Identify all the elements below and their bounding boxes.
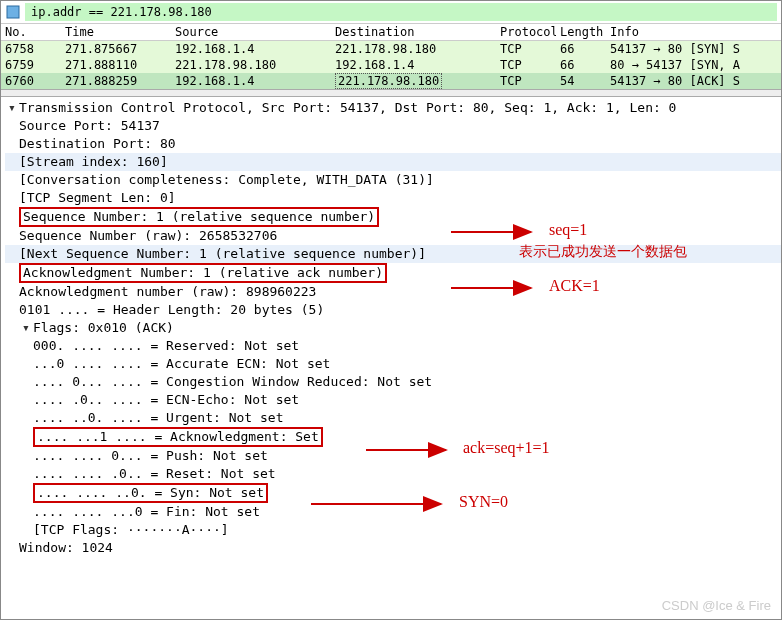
annot-syn: SYN=0 (459, 493, 508, 511)
flag-urg[interactable]: .... ..0. .... = Urgent: Not set (5, 409, 781, 427)
caret-down-icon[interactable]: ▾ (5, 99, 19, 117)
cell-dst: 221.178.98.180 (331, 41, 496, 57)
col-no[interactable]: No. (1, 24, 61, 40)
flag-ece[interactable]: .... .0.. .... = ECN-Echo: Not set (5, 391, 781, 409)
arrow-seq (451, 223, 541, 241)
flag-cwr[interactable]: .... 0... .... = Congestion Window Reduc… (5, 373, 781, 391)
packet-row-selected[interactable]: 6760 271.888259 192.168.1.4 221.178.98.1… (1, 73, 781, 89)
tree-flags-root[interactable]: ▾Flags: 0x010 (ACK) (5, 319, 781, 337)
cell-no: 6760 (1, 73, 61, 89)
arrow-ackflag (366, 441, 456, 459)
tree-conv[interactable]: [Conversation completeness: Complete, WI… (5, 171, 781, 189)
tree-dstport[interactable]: Destination Port: 80 (5, 135, 781, 153)
flag-string[interactable]: [TCP Flags: ·······A····] (5, 521, 781, 539)
cell-dst: 221.178.98.180 (331, 73, 496, 89)
tree-seq[interactable]: Sequence Number: 1 (relative sequence nu… (5, 207, 781, 227)
watermark: CSDN @Ice & Fire (662, 598, 771, 613)
col-proto[interactable]: Protocol (496, 24, 556, 40)
tree-tcp-root[interactable]: ▾Transmission Control Protocol, Src Port… (5, 99, 781, 117)
cell-len: 66 (556, 41, 606, 57)
tree-ackraw[interactable]: Acknowledgment number (raw): 898960223 (5, 283, 781, 301)
cell-proto: TCP (496, 73, 556, 89)
tcp-title: Transmission Control Protocol, Src Port:… (19, 99, 676, 117)
cell-proto: TCP (496, 41, 556, 57)
packet-list-header: No. Time Source Destination Protocol Len… (1, 24, 781, 41)
pane-divider[interactable] (1, 89, 781, 97)
col-len[interactable]: Length (556, 24, 606, 40)
cell-info: 54137 → 80 [SYN] S (606, 41, 781, 57)
cell-proto: TCP (496, 57, 556, 73)
flag-rst[interactable]: .... .... .0.. = Reset: Not set (5, 465, 781, 483)
cell-info: 80 → 54137 [SYN, A (606, 57, 781, 73)
col-time[interactable]: Time (61, 24, 171, 40)
packet-row[interactable]: 6759 271.888110 221.178.98.180 192.168.1… (1, 57, 781, 73)
cell-len: 54 (556, 73, 606, 89)
flag-ae[interactable]: ...0 .... .... = Accurate ECN: Not set (5, 355, 781, 373)
svg-rect-0 (7, 6, 19, 18)
cell-len: 66 (556, 57, 606, 73)
flag-reserved[interactable]: 000. .... .... = Reserved: Not set (5, 337, 781, 355)
col-src[interactable]: Source (171, 24, 331, 40)
col-info[interactable]: Info (606, 24, 781, 40)
cell-time: 271.875667 (61, 41, 171, 57)
arrow-syn (311, 495, 451, 513)
tree-ack[interactable]: Acknowledgment Number: 1 (relative ack n… (5, 263, 781, 283)
arrow-acknum (451, 279, 541, 297)
cell-time: 271.888110 (61, 57, 171, 73)
tree-srcport[interactable]: Source Port: 54137 (5, 117, 781, 135)
tree-window[interactable]: Window: 1024 (5, 539, 781, 557)
cell-no: 6758 (1, 41, 61, 57)
cell-no: 6759 (1, 57, 61, 73)
tree-stream[interactable]: [Stream index: 160] (5, 153, 781, 171)
packet-details-tree: ▾Transmission Control Protocol, Src Port… (1, 97, 781, 559)
caret-down-icon[interactable]: ▾ (19, 319, 33, 337)
display-filter-input[interactable] (25, 3, 777, 21)
cell-src: 192.168.1.4 (171, 41, 331, 57)
cell-src: 221.178.98.180 (171, 57, 331, 73)
cell-src: 192.168.1.4 (171, 73, 331, 89)
annot-seq: seq=1 (549, 221, 587, 239)
display-filter-bar (1, 1, 781, 24)
cell-info: 54137 → 80 [ACK] S (606, 73, 781, 89)
tree-seglen[interactable]: [TCP Segment Len: 0] (5, 189, 781, 207)
cell-time: 271.888259 (61, 73, 171, 89)
packet-row[interactable]: 6758 271.875667 192.168.1.4 221.178.98.1… (1, 41, 781, 57)
annot-ack: ACK=1 (549, 277, 600, 295)
tree-hlen[interactable]: 0101 .... = Header Length: 20 bytes (5) (5, 301, 781, 319)
cell-dst: 192.168.1.4 (331, 57, 496, 73)
bookmark-icon[interactable] (5, 4, 21, 20)
annot-seq-note: 表示已成功发送一个数据包 (519, 243, 687, 261)
annot-ackflag: ack=seq+1=1 (463, 439, 550, 457)
col-dst[interactable]: Destination (331, 24, 496, 40)
